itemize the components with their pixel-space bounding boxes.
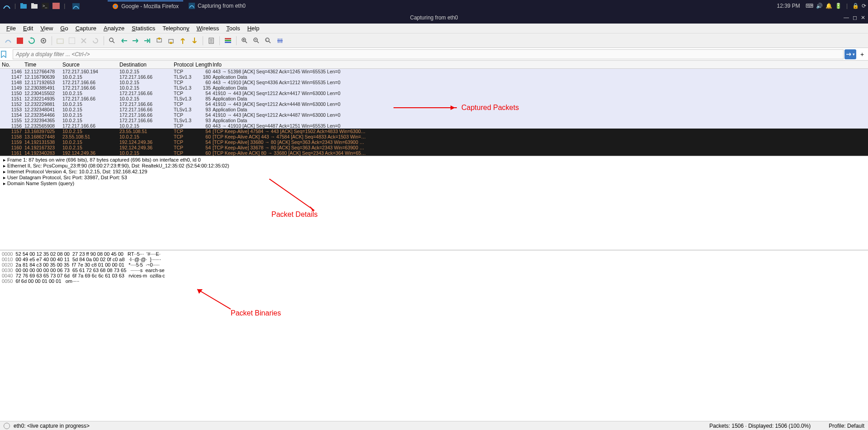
detail-tree-item[interactable]: ▸ Ethernet II, Src: PcsCompu_23:ff:90 (0… bbox=[2, 163, 866, 169]
filter-expression-button[interactable]: ▾ bbox=[844, 49, 856, 59]
packet-row[interactable]: 115813.16862744823.55.108.5110.0.2.15TCP… bbox=[0, 134, 868, 139]
save-file-button[interactable] bbox=[66, 35, 77, 46]
menu-tools[interactable]: Tools bbox=[223, 24, 242, 33]
status-profile[interactable]: Profile: Default bbox=[829, 423, 864, 429]
svg-rect-15 bbox=[69, 38, 75, 44]
taskbar-app-wireshark-label: Capturing from eth0 bbox=[198, 3, 246, 9]
auto-scroll-button[interactable] bbox=[206, 35, 217, 46]
notification-icon[interactable]: 🔔 bbox=[825, 3, 832, 9]
packet-details-pane[interactable]: ▸ Frame 1: 87 bytes on wire (696 bits), … bbox=[0, 156, 868, 250]
stop-capture-button[interactable] bbox=[14, 35, 25, 46]
packet-row[interactable]: 115112.232214935172.217.166.6610.0.2.15T… bbox=[0, 96, 868, 101]
detail-tree-item[interactable]: ▸ Frame 1: 87 bytes on wire (696 bits), … bbox=[2, 157, 866, 163]
reload-button[interactable] bbox=[90, 35, 101, 46]
zoom-out-button[interactable] bbox=[251, 35, 262, 46]
packet-row[interactable]: 115512.23239436510.0.2.15172.217.166.66T… bbox=[0, 118, 868, 123]
zoom-reset-button[interactable]: 1 bbox=[263, 35, 274, 46]
svg-point-13 bbox=[43, 40, 44, 42]
menu-wireless[interactable]: Wireless bbox=[194, 24, 222, 33]
hex-row[interactable]: 0010 00 49 e5 e7 40 00 40 11 5d 84 0a 00… bbox=[2, 257, 866, 262]
battery-icon[interactable]: 🔋 bbox=[835, 3, 842, 9]
taskbar-app-firefox[interactable]: Google - Mozilla Firefox bbox=[108, 0, 183, 11]
hex-row[interactable]: 0030 00 00 00 00 00 00 06 73 65 61 72 63… bbox=[2, 268, 866, 273]
col-header-time[interactable]: Time bbox=[24, 62, 62, 68]
svg-rect-6 bbox=[52, 3, 60, 9]
first-packet-button[interactable] bbox=[154, 35, 165, 46]
last-packet-button[interactable] bbox=[166, 35, 176, 46]
packet-row[interactable]: 114712.11679063910.0.2.15172.217.166.66T… bbox=[0, 74, 868, 80]
display-filter-input[interactable] bbox=[13, 49, 844, 59]
menu-telephony[interactable]: Telephony bbox=[160, 24, 192, 33]
packet-row[interactable]: 115914.19213153810.0.2.15192.124.249.36T… bbox=[0, 139, 868, 145]
go-forward-button[interactable] bbox=[130, 35, 141, 46]
keyboard-icon[interactable]: ⌨ bbox=[806, 3, 813, 9]
volume-icon[interactable]: 🔊 bbox=[816, 3, 823, 9]
find-packet-button[interactable] bbox=[107, 35, 118, 46]
col-header-no[interactable]: No. bbox=[0, 62, 24, 68]
colorize-button[interactable] bbox=[223, 35, 233, 46]
menu-go[interactable]: Go bbox=[57, 24, 71, 33]
taskbar-app-wireshark-mini[interactable] bbox=[68, 0, 84, 11]
col-header-length[interactable]: Length bbox=[195, 62, 213, 68]
packet-row[interactable]: 116014.19216732310.0.2.15192.124.249.36T… bbox=[0, 145, 868, 150]
expert-info-icon[interactable] bbox=[4, 423, 10, 429]
app-menu-icon[interactable] bbox=[2, 1, 12, 10]
terminal-icon[interactable]: >_ bbox=[40, 1, 50, 10]
prev-packet-button[interactable] bbox=[177, 35, 188, 46]
files-icon[interactable] bbox=[19, 1, 28, 10]
detail-tree-item[interactable]: ▸ Internet Protocol Version 4, Src: 10.0… bbox=[2, 169, 866, 175]
taskbar-app-wireshark[interactable]: Capturing from eth0 bbox=[184, 0, 250, 11]
close-file-button[interactable] bbox=[78, 35, 89, 46]
os-taskbar: | >_ | Google - Mozilla Firefox Capturin… bbox=[0, 0, 868, 12]
menu-file[interactable]: File bbox=[4, 24, 19, 33]
minimize-icon[interactable]: — bbox=[844, 14, 849, 21]
go-to-packet-button[interactable] bbox=[142, 35, 153, 46]
svg-rect-23 bbox=[225, 42, 231, 43]
col-header-destination[interactable]: Destination bbox=[119, 62, 174, 68]
go-back-button[interactable] bbox=[119, 35, 129, 46]
packet-row[interactable]: 114612.112766478172.217.160.19410.0.2.15… bbox=[0, 69, 868, 74]
open-file-button[interactable] bbox=[55, 35, 66, 46]
menu-capture[interactable]: Capture bbox=[73, 24, 99, 33]
menu-statistics[interactable]: Statistics bbox=[129, 24, 158, 33]
menu-help[interactable]: Help bbox=[245, 24, 262, 33]
detail-tree-item[interactable]: ▸ User Datagram Protocol, Src Port: 3398… bbox=[2, 175, 866, 181]
packet-bytes-pane[interactable]: 0000 52 54 00 12 35 02 08 00 27 23 ff 90… bbox=[0, 250, 868, 355]
editor-icon[interactable] bbox=[51, 1, 61, 10]
packet-row[interactable]: 114912.230385491172.217.166.6610.0.2.15T… bbox=[0, 85, 868, 91]
next-packet-button[interactable] bbox=[189, 35, 200, 46]
detail-tree-item[interactable]: ▸ Domain Name System (query) bbox=[2, 181, 866, 186]
files2-icon[interactable] bbox=[29, 1, 39, 10]
menu-view[interactable]: View bbox=[38, 24, 56, 33]
packet-row[interactable]: 115612.232565908172.217.166.6610.0.2.15T… bbox=[0, 123, 868, 129]
col-header-source[interactable]: Source bbox=[62, 62, 119, 68]
capture-options-button[interactable] bbox=[38, 35, 49, 46]
filter-add-button[interactable]: + bbox=[857, 51, 867, 58]
maximize-icon[interactable]: ◻ bbox=[853, 14, 857, 21]
packet-list-pane[interactable]: No. Time Source Destination Protocol Len… bbox=[0, 61, 868, 156]
col-header-protocol[interactable]: Protocol bbox=[174, 62, 195, 68]
window-titlebar: Capturing from eth0 — ◻ ✕ bbox=[0, 12, 868, 24]
clock: 12:39 PM bbox=[777, 3, 800, 9]
hex-row[interactable]: 0040 72 76 69 63 65 73 07 6d 6f 7a 69 6c… bbox=[2, 273, 866, 278]
hex-row[interactable]: 0050 6f 6d 00 00 01 00 01 om····· bbox=[2, 278, 866, 284]
hex-row[interactable]: 0020 2a 81 84 c3 00 35 00 35 f7 7e 30 c8… bbox=[2, 262, 866, 268]
lock-icon[interactable]: 🔒 bbox=[852, 3, 859, 9]
packet-row[interactable]: 115713.16839702510.0.2.1523.55.108.51TCP… bbox=[0, 129, 868, 134]
restart-capture-button[interactable] bbox=[26, 35, 37, 46]
status-packets: Packets: 1506 · Displayed: 1506 (100.0%) bbox=[709, 423, 811, 429]
menu-analyze[interactable]: Analyze bbox=[101, 24, 127, 33]
packet-row[interactable]: 114812.117192653172.217.166.6610.0.2.15T… bbox=[0, 80, 868, 85]
hex-row[interactable]: 0000 52 54 00 12 35 02 08 00 27 23 ff 90… bbox=[2, 251, 866, 257]
filter-bookmark-button[interactable] bbox=[1, 51, 12, 58]
packet-row[interactable]: 115012.23041550210.0.2.15172.217.166.66T… bbox=[0, 91, 868, 96]
power-icon[interactable]: ⟳ bbox=[862, 3, 866, 9]
resize-columns-button[interactable] bbox=[275, 35, 285, 46]
close-icon[interactable]: ✕ bbox=[861, 14, 865, 21]
menu-edit[interactable]: Edit bbox=[20, 24, 36, 33]
col-header-info[interactable]: Info bbox=[213, 62, 868, 68]
start-capture-button[interactable] bbox=[3, 35, 14, 46]
packet-row[interactable]: 116114.192340283192.124.249.3610.0.2.15T… bbox=[0, 150, 868, 156]
packet-row[interactable]: 115412.23235446610.0.2.15172.217.166.66T… bbox=[0, 112, 868, 118]
zoom-in-button[interactable] bbox=[239, 35, 250, 46]
